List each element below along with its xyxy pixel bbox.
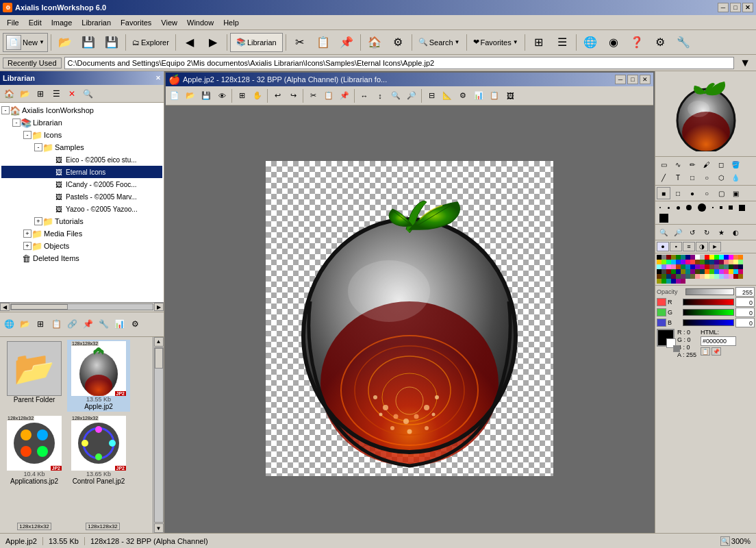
color-cell[interactable] — [676, 264, 681, 269]
thumb-applications[interactable]: 128x128x32 JP2 10.4 Kb Applications.jp2 — [3, 414, 66, 486]
color-cell[interactable] — [676, 255, 681, 260]
color-cell[interactable] — [671, 269, 676, 274]
explorer-button[interactable]: 🗂 Explorer — [129, 33, 173, 52]
html-color-input[interactable] — [701, 336, 736, 346]
img-tb-extra[interactable]: 📊 — [471, 88, 486, 103]
color-cell[interactable] — [681, 255, 685, 260]
color-cell[interactable] — [657, 269, 662, 274]
menu-librarian[interactable]: Librarian — [77, 17, 115, 28]
color-cell[interactable] — [666, 269, 671, 274]
color-cell[interactable] — [681, 279, 685, 284]
color-tab-4[interactable]: ◑ — [696, 242, 708, 251]
color-cell[interactable] — [695, 255, 700, 260]
color-cell[interactable] — [685, 269, 690, 274]
color-cell[interactable] — [666, 264, 671, 269]
color-cell[interactable] — [738, 274, 743, 279]
dot-size-3[interactable] — [673, 203, 683, 212]
address-dropdown-arrow[interactable]: ▼ — [737, 57, 753, 69]
tree-search[interactable]: 🔍 — [80, 87, 95, 101]
img-maximize-btn[interactable]: □ — [627, 75, 638, 84]
img-tb-undo[interactable]: ↩ — [270, 88, 285, 103]
panel-btn9[interactable]: ⚙ — [127, 317, 142, 331]
green-slider[interactable] — [683, 309, 734, 316]
img-tb-select[interactable]: ⊞ — [234, 88, 249, 103]
img-tb-paste[interactable]: 📌 — [337, 88, 352, 103]
color-cell[interactable] — [671, 255, 676, 260]
tree-item-iconworkshop[interactable]: - 🏠 Axialis IconWorkshop — [1, 104, 162, 116]
extra-button[interactable]: 🔧 — [672, 33, 694, 52]
color-cell[interactable] — [729, 255, 733, 260]
panel-list2[interactable]: ⊞ — [33, 317, 48, 331]
tool-poly[interactable]: ⬡ — [714, 171, 728, 184]
color-cell[interactable] — [714, 264, 719, 269]
color-cell[interactable] — [666, 274, 671, 279]
color-cell[interactable] — [738, 255, 743, 260]
menu-view[interactable]: View — [157, 17, 181, 28]
color-cell[interactable] — [657, 255, 662, 260]
tree-item-icons[interactable]: - 📁 Icons — [1, 129, 162, 141]
color-cell[interactable] — [724, 269, 729, 274]
tree-delete[interactable]: ✕ — [64, 87, 79, 101]
tool-gradient[interactable]: ◐ — [729, 226, 742, 238]
color-cell[interactable] — [729, 260, 733, 264]
color-cell[interactable] — [676, 279, 681, 284]
saveas-button[interactable]: 💾 — [101, 33, 123, 52]
color-cell[interactable] — [685, 274, 690, 279]
color-cell[interactable] — [705, 255, 709, 260]
tool-rect[interactable]: □ — [685, 171, 699, 184]
librarian-button[interactable]: 📚 Librarian — [230, 33, 283, 52]
dot-size-1[interactable] — [657, 204, 664, 211]
tree-item-pastels[interactable]: 🖼 Pastels - ©2005 Marv... — [1, 190, 162, 203]
color-cell[interactable] — [662, 269, 666, 274]
color-cell[interactable] — [666, 255, 671, 260]
tool-outline-circle[interactable]: ○ — [700, 187, 714, 199]
img-tb-extra2[interactable]: 📋 — [487, 88, 502, 103]
color-cell[interactable] — [709, 274, 714, 279]
color-cell[interactable] — [676, 274, 681, 279]
tool-rounded2[interactable]: ▣ — [729, 187, 742, 199]
color-cell[interactable] — [700, 260, 705, 264]
tool-outline-rect[interactable]: □ — [671, 187, 685, 199]
tool-marquee[interactable]: ▭ — [657, 158, 670, 171]
color-cell[interactable] — [671, 274, 676, 279]
color-tab-2[interactable]: ▪ — [670, 242, 682, 251]
search-button[interactable]: 🔍 Search ▼ — [415, 33, 464, 52]
color-cell[interactable] — [690, 269, 695, 274]
panel-btn4[interactable]: 📋 — [49, 317, 64, 331]
color-cell[interactable] — [709, 260, 714, 264]
img-tb-cut[interactable]: ✂ — [305, 88, 320, 103]
color-cell[interactable] — [738, 264, 743, 269]
new-dropdown-arrow[interactable]: ▼ — [39, 39, 45, 45]
address-input[interactable] — [64, 57, 735, 69]
tool-lasso[interactable]: ∿ — [671, 158, 685, 171]
color-cell[interactable] — [733, 269, 738, 274]
color-cell[interactable] — [666, 260, 671, 264]
color-cell[interactable] — [700, 269, 705, 274]
tool-line[interactable]: ╱ — [657, 171, 670, 184]
img-close-btn[interactable]: ✕ — [640, 75, 651, 84]
menu-window[interactable]: Window — [183, 17, 218, 28]
img-tb-hand[interactable]: ✋ — [250, 88, 265, 103]
color-cell[interactable] — [700, 255, 705, 260]
tool-brush[interactable]: 🖌 — [700, 158, 714, 171]
color-cell[interactable] — [705, 274, 709, 279]
red-slider[interactable] — [683, 299, 734, 306]
color-cell[interactable] — [733, 260, 738, 264]
color-cell[interactable] — [733, 274, 738, 279]
paste-button[interactable]: 📌 — [336, 33, 357, 52]
panel-btn8[interactable]: 📊 — [112, 317, 127, 331]
color-cell[interactable] — [719, 269, 724, 274]
color-cell[interactable] — [733, 255, 738, 260]
tool-effects[interactable]: ★ — [714, 226, 728, 238]
color-cell[interactable] — [690, 274, 695, 279]
help-button[interactable]: ❓ — [626, 33, 648, 52]
sq-size-1[interactable] — [709, 204, 716, 211]
img-tb-open[interactable]: 📂 — [183, 88, 198, 103]
color-cell[interactable] — [724, 264, 729, 269]
color-cell[interactable] — [729, 269, 733, 274]
color-cell[interactable] — [657, 264, 662, 269]
sq-size-3[interactable] — [726, 203, 735, 212]
color-cell[interactable] — [685, 264, 690, 269]
paste-color-btn[interactable]: 📌 — [711, 347, 721, 356]
tree-home[interactable]: 🏠 — [1, 87, 16, 101]
